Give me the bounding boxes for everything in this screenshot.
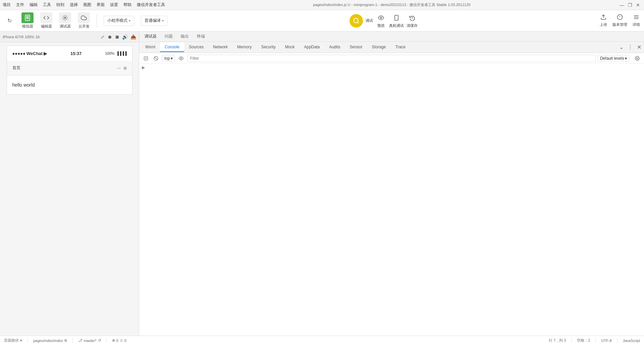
editor-tool[interactable]: 编辑器 [40,12,52,29]
status-sep-1 [28,338,28,343]
tabs-close-icon[interactable]: ✕ [636,43,643,52]
menu-file[interactable]: 文件 [16,2,24,8]
menu-view[interactable]: 视图 [83,2,91,8]
compile-arrow-icon: ▾ [162,19,164,22]
tab-network[interactable]: Network [208,43,232,52]
detail-icon [633,14,639,21]
inspect-toggle-button[interactable] [142,54,150,62]
filter-input[interactable] [187,55,596,62]
row-col-section: 行 7，列 3 [549,338,566,343]
devtools-tab-terminal[interactable]: 终端 [194,32,208,41]
devtools-panel: 调试器 问题 输出 终端 Wxml Console Sources Networ… [139,32,644,336]
tab-audits[interactable]: Audits [324,43,345,52]
tabs-more-icon[interactable]: ⋮ [626,43,634,52]
devtools-secondary-toolbar: 调试器 问题 输出 终端 [139,32,644,42]
devtools-tab-output[interactable]: 输出 [178,32,192,41]
context-label: top [164,56,170,61]
device-debug-button[interactable]: 真机调试 [389,13,404,28]
tab-security[interactable]: Security [256,43,280,52]
carrier-info: ●●●●● WeChat ▶ [12,51,47,56]
menu-devtools[interactable]: 微信开发者工具 [137,2,165,8]
tab-storage[interactable]: Storage [367,43,391,52]
error-count: 0 [116,339,118,343]
status-sep-5 [595,338,596,343]
cloud-tool[interactable]: 云开发 [78,12,90,29]
mode-dropdown[interactable]: 小程序模式 ▾ [104,16,134,26]
minimize-button[interactable]: — [619,2,625,8]
version-label: 版本管理 [612,22,627,27]
svg-rect-1 [26,16,29,19]
tab-memory[interactable]: Memory [232,43,256,52]
devtools-tab-issues[interactable]: 问题 [162,32,175,41]
home-icon[interactable]: ⊙ [123,66,127,70]
menu-help[interactable]: 帮助 [123,2,131,8]
path-section[interactable]: 页面路径 ▾ [4,338,22,343]
debug-circle-button[interactable] [350,14,363,28]
menu-goto[interactable]: 转到 [56,2,64,8]
copy-path-icon[interactable]: ⧉ [64,338,67,343]
clear-cache-button[interactable]: 清缓存 [407,13,418,28]
scale-value: 100% [25,35,34,39]
branch-name: master* [84,339,97,343]
tab-appdata[interactable]: AppData [299,43,324,52]
console-content: ▶ [139,64,644,336]
upload-button[interactable]: 上传 [600,14,607,27]
device-info: iPhone 6/7/8 100% 16 [3,35,40,39]
version-button[interactable]: 版本管理 [612,14,627,27]
menu-edit[interactable]: 编辑 [30,2,38,8]
cloud-icon[interactable] [78,12,90,23]
editor-icon[interactable] [40,12,52,23]
close-button[interactable]: ✕ [635,2,641,8]
prohibit-button[interactable] [152,54,160,62]
more-icon[interactable]: ··· [117,66,120,70]
window-controls[interactable]: — ❐ ✕ [619,2,641,8]
simulator-icon[interactable] [21,12,34,23]
tab-sensor[interactable]: Sensor [345,43,367,52]
tab-trace[interactable]: Trace [391,43,410,52]
debugger-icon[interactable] [59,12,71,23]
svg-point-18 [180,58,182,59]
debug-label-button: 调试 [366,18,373,23]
preview-button[interactable]: 预览 [376,13,386,28]
tab-mock[interactable]: Mock [280,43,300,52]
record-icon[interactable]: ⏺ [107,34,112,40]
console-expand-arrow[interactable]: ▶ [139,64,644,71]
debug-text: 调试 [366,18,373,23]
menu-bar[interactable]: 项目 文件 编辑 工具 转到 选择 视图 界面 设置 帮助 微信开发者工具 [3,2,165,8]
svg-line-17 [155,57,157,59]
simulator-tool[interactable]: 模拟器 [21,12,34,29]
menu-interface[interactable]: 界面 [97,2,105,8]
eye-button[interactable] [177,54,185,62]
tab-wxml[interactable]: Wxml [141,43,160,52]
path-arrow-icon[interactable]: ▾ [20,338,22,343]
menu-select[interactable]: 选择 [70,2,78,8]
phone-container: ●●●●● WeChat ▶ 15:37 100% ▐▐▐▐ 首页 ··· ⊙ [0,42,139,336]
menu-settings[interactable]: 设置 [110,2,118,8]
menu-project[interactable]: 项目 [3,2,11,8]
volume-icon[interactable]: 🔊 [122,34,128,40]
compile-label: 普通编译 [145,18,161,23]
compile-dropdown[interactable]: 普通编译 ▾ [141,16,167,26]
detail-button[interactable]: 详情 [633,14,640,27]
tab-console[interactable]: Console [160,43,184,52]
mode-label: 小程序模式 [107,18,127,23]
maximize-button[interactable]: ❐ [627,2,633,8]
preview-label: 预览 [377,23,385,28]
settings-button[interactable] [633,54,641,62]
debugger-tool[interactable]: 调试器 [59,12,71,29]
tabs-chevron-icon[interactable]: ⌄ [618,43,625,52]
sync-icon[interactable]: ↺ [98,338,101,343]
nav-right-icons[interactable]: ··· ⊙ [117,66,126,70]
refresh-button[interactable]: ↻ [4,15,15,26]
levels-dropdown[interactable]: Default levels ▾ [598,55,629,62]
warning-icon: ⚠ [120,338,123,343]
context-selector[interactable]: top ▾ [162,55,175,62]
menu-tools[interactable]: 工具 [43,2,51,8]
rotate-icon[interactable]: ⤢ [101,34,105,40]
share-icon[interactable]: 📤 [130,34,136,40]
sim-controls[interactable]: ⤢ ⏺ ⏹ 🔊 📤 [101,34,136,40]
stop-icon[interactable]: ⏹ [115,34,119,40]
tab-sources[interactable]: Sources [184,43,208,52]
devtools-tab-debugger[interactable]: 调试器 [142,32,159,41]
center-actions: 调试 预览 真机调试 清缓存 [174,13,593,28]
